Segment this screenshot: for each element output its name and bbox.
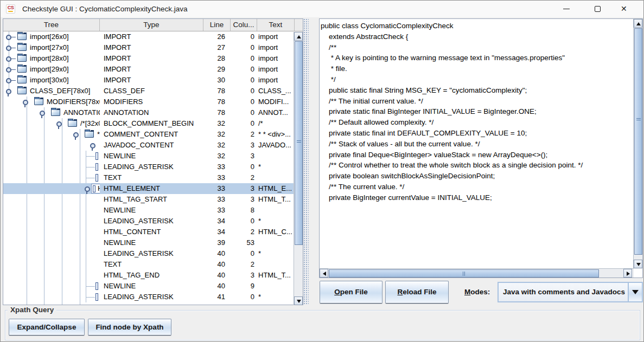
type-cell: HTML_CONTENT <box>100 227 203 237</box>
window-title: Checkstyle GUI : CyclomaticComplexityChe… <box>22 1 188 17</box>
combobox-dropdown-button[interactable] <box>628 283 642 301</box>
tree-cell <box>3 270 100 281</box>
tree-row[interactable]: import[27x0]IMPORT270import <box>3 42 303 53</box>
tree-row[interactable]: import[29x0]IMPORT290import <box>3 64 303 75</box>
tree-row[interactable]: LEADING_ASTERISK410* <box>3 292 303 302</box>
tree-expand-handle[interactable] <box>22 96 30 107</box>
tree-node: import[26x0] <box>5 31 69 42</box>
tree-row[interactable]: HTML_TAG_END403HTML_T... <box>3 270 303 281</box>
code-area[interactable]: public class CyclomaticComplexityCheck e… <box>320 19 634 269</box>
tree-scrollbar-thumb[interactable] <box>295 41 303 245</box>
tree-row[interactable]: import[30x0]IMPORT300import <box>3 75 303 86</box>
maximize-button[interactable] <box>585 1 610 17</box>
code-line: /** Control whether to treat the whole s… <box>321 160 634 171</box>
scroll-down-button[interactable] <box>634 260 642 268</box>
tree-row[interactable]: LEADING_ASTERISK330* <box>3 162 303 172</box>
tree-cell <box>3 162 100 172</box>
scroll-left-button[interactable] <box>320 269 328 278</box>
checkstyle-app-icon: CS <box>6 4 15 14</box>
text-cell: * * <div>... <box>257 129 295 140</box>
tree-expand-handle[interactable] <box>72 129 81 140</box>
column-header-type[interactable]: Type <box>100 19 203 31</box>
column-cell: 3 <box>231 183 257 194</box>
line-cell: 34 <box>203 216 231 227</box>
thumb-grip <box>636 118 641 121</box>
tree-row[interactable]: import[28x0]IMPORT280import <box>3 53 303 64</box>
type-cell: LEADING_ASTERISK <box>100 292 203 302</box>
find-node-by-xpath-button[interactable]: Find node by Xpath <box>88 319 171 335</box>
column-header-column[interactable]: Colu... <box>231 19 257 31</box>
tree-row[interactable]: NEWLINE338 <box>3 205 303 216</box>
code-scrollbar-thumb[interactable] <box>634 28 642 255</box>
minimize-button[interactable] <box>554 1 579 17</box>
tree-collapse-handle[interactable] <box>5 53 14 64</box>
tree-row[interactable]: NEWLINE3953 <box>3 237 303 248</box>
column-cell: 0 <box>231 75 257 86</box>
tree-collapse-handle[interactable] <box>5 42 14 53</box>
folder-icon <box>34 99 43 105</box>
code-vertical-scrollbar[interactable] <box>633 19 642 269</box>
type-cell: IMPORT <box>100 42 203 53</box>
text-cell: HTML_C... <box>257 227 295 237</box>
tree-vertical-scrollbar[interactable] <box>294 32 303 305</box>
tree-row[interactable]: NEWLINE409 <box>3 281 303 292</box>
tree-collapse-handle[interactable] <box>5 75 14 86</box>
reload-file-button[interactable]: Reload File <box>385 281 449 304</box>
tree-row[interactable]: import[26x0]IMPORT260import <box>3 31 303 42</box>
close-button[interactable]: ✕ <box>612 1 637 17</box>
arrow-left-icon <box>323 272 326 276</box>
tree-row[interactable]: LEADING_ASTERISK340* <box>3 216 303 227</box>
tree-cell: JAVADOC_CONTENT <box>3 140 100 151</box>
text-cell: HTML_T... <box>257 194 295 205</box>
tree-row[interactable]: JAVADOC_CONTENTJAVADOC_CONTENT323JAVADO.… <box>3 140 303 151</box>
tree-cell <box>3 259 100 270</box>
tree-row[interactable]: HTML_CONTENT342HTML_C... <box>3 227 303 237</box>
tree-connector <box>86 167 95 167</box>
column-header-tree[interactable]: Tree <box>3 19 100 31</box>
code-horizontal-scrollbar[interactable] <box>320 268 634 278</box>
column-header-line[interactable]: Line <box>203 19 231 31</box>
tree-row[interactable]: TEXT332 <box>3 172 303 183</box>
open-file-button[interactable]: Open File <box>320 281 382 304</box>
thumb-grip <box>463 272 466 276</box>
column-cell: 2 <box>231 227 257 237</box>
expand-collapse-button[interactable]: Expand/Collapse <box>9 319 85 335</box>
scroll-right-button[interactable] <box>623 269 632 278</box>
tree-expand-handle[interactable] <box>5 86 14 96</box>
tree-expand-handle[interactable] <box>39 107 47 118</box>
type-cell: BLOCK_COMMENT_BEGIN <box>100 118 203 129</box>
tree-row[interactable]: NEWLINE323 <box>3 151 303 162</box>
split-pane-divider[interactable] <box>303 18 309 305</box>
tree-row[interactable]: ANNOTATION[78x0]ANNOTATION780ANNOT... <box>3 107 303 118</box>
code-line: private BigInteger currentValue = INITIA… <box>321 192 634 203</box>
type-cell: HTML_TAG_END <box>100 270 203 281</box>
tree-row[interactable]: * * <div>...COMMENT_CONTENT322* * <div>.… <box>3 129 303 140</box>
scroll-up-button[interactable] <box>634 19 642 28</box>
modes-combobox[interactable]: Java with comments and Javadocs <box>498 282 643 302</box>
tree-collapse-handle[interactable] <box>5 64 14 75</box>
tree-collapse-handle[interactable] <box>5 31 14 42</box>
scroll-up-button[interactable] <box>294 32 303 41</box>
tree-cell: import[28x0] <box>3 53 100 64</box>
tree-row[interactable]: /*[32x0]BLOCK_COMMENT_BEGIN320/* <box>3 118 303 129</box>
column-header-text[interactable]: Text <box>257 19 295 31</box>
folder-icon <box>51 109 60 116</box>
leaf-icon <box>93 185 95 192</box>
folder-icon <box>17 88 27 94</box>
tree-node: import[30x0] <box>5 75 69 86</box>
tree-expand-handle[interactable] <box>55 118 64 129</box>
tree-row[interactable]: HTML_ELEMENTHTML_ELEMENT333HTML_E... <box>3 183 303 194</box>
tree-row[interactable]: HTML_TAG_START333HTML_T... <box>3 194 303 205</box>
tree-node-editor[interactable]: HTML_ELEMENT <box>91 184 100 193</box>
tree-expand-handle[interactable] <box>89 140 98 151</box>
tree-cell: /*[32x0] <box>3 118 100 129</box>
tree-row[interactable]: MODIFIERS[78x0]MODIFIERS780MODIFI... <box>3 96 303 107</box>
scroll-down-button[interactable] <box>294 296 303 305</box>
column-cell: 53 <box>231 237 257 248</box>
tree-row[interactable]: TEXT402 <box>3 259 303 270</box>
tree-row[interactable]: LEADING_ASTERISK400* <box>3 248 303 259</box>
tree-cell <box>3 227 100 237</box>
tree-row[interactable]: CLASS_DEF[78x0]CLASS_DEF780CLASS_... <box>3 86 303 96</box>
code-hscrollbar-thumb[interactable] <box>329 269 599 278</box>
line-cell: 26 <box>203 31 231 42</box>
